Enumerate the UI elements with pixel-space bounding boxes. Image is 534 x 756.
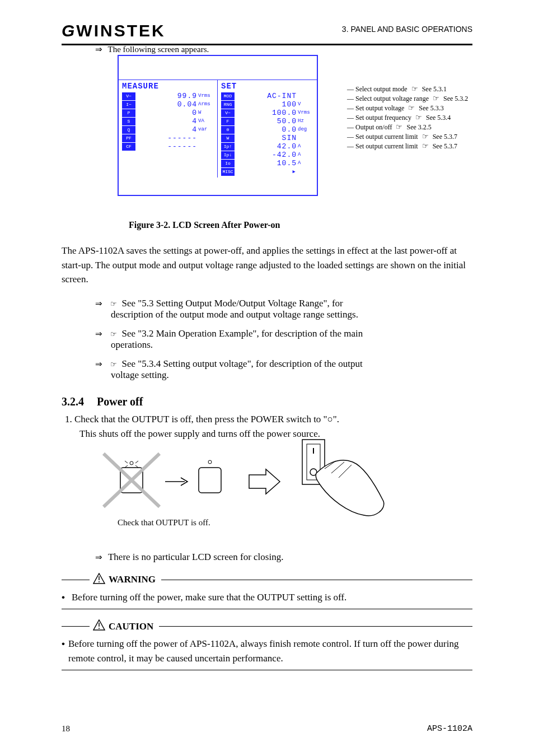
lcd-row: Ip↑42.0A bbox=[221, 142, 313, 151]
paragraph: The APS-1102A saves the settings at powe… bbox=[62, 244, 472, 287]
caution-label: CAUTION bbox=[109, 621, 153, 632]
intro-text: The following screen appears. bbox=[107, 45, 209, 54]
page-number: 18 bbox=[62, 724, 70, 734]
warning-text: Before turning off the power, make sure … bbox=[72, 590, 346, 605]
callout: — Set output current limit ☞ See 5.3.7 bbox=[347, 132, 468, 141]
step-1-after: This shuts off the power supply and turn… bbox=[79, 428, 472, 440]
see-reference: ⇒ ☞ See "5.3.4 Setting output voltage", … bbox=[95, 358, 472, 381]
step-1: 1. Check that the OUTPUT is off, then pr… bbox=[65, 414, 472, 425]
warning-icon bbox=[93, 573, 105, 587]
footer-model: APS-1102A bbox=[427, 724, 472, 734]
lcd-row: Io10.5A bbox=[221, 159, 313, 167]
see-reference: ⇒ ☞ See "5.3 Setting Output Mode/Output … bbox=[95, 298, 472, 320]
lcd-row: I~0.04Arms bbox=[122, 100, 214, 109]
svg-rect-9 bbox=[199, 468, 221, 493]
figure-caption: Figure 3-2. LCD Screen After Power-on bbox=[129, 220, 472, 230]
caution-icon bbox=[93, 619, 105, 633]
header-subtitle: 3. PANEL AND BASIC OPERATIONS bbox=[342, 25, 472, 34]
caution-text: Before turning off the power of APS-1102… bbox=[68, 637, 472, 665]
lcd-set-title: SET bbox=[221, 82, 313, 91]
lcd-measure-title: MEASURE bbox=[122, 82, 214, 91]
lcd-row: V~100.0Vrms bbox=[221, 109, 313, 117]
callout: — Select output voltage range ☞ See 5.3.… bbox=[347, 94, 468, 103]
lcd-row: MISC▸ bbox=[221, 167, 313, 176]
arrow-icon: ⇒ bbox=[95, 44, 106, 54]
callout: — Set output current limit ☞ See 5.3.7 bbox=[347, 142, 468, 151]
svg-point-21 bbox=[99, 628, 100, 629]
svg-line-2 bbox=[125, 461, 128, 463]
callout: — Set output frequency ☞ See 5.3.4 bbox=[347, 113, 468, 122]
lcd-row: Q4var bbox=[122, 125, 214, 134]
see-icon: ☞ bbox=[396, 123, 402, 131]
see-icon: ☞ bbox=[433, 94, 439, 102]
lcd-row: Ip↓-42.0A bbox=[221, 151, 313, 159]
lcd-row: V~99.9Vrms bbox=[122, 92, 214, 100]
lcd-row: P0W bbox=[122, 109, 214, 117]
section-number: 3.2.4 bbox=[62, 395, 94, 408]
see-reference: ⇒ ☞ See "3.2 Main Operation Example", fo… bbox=[95, 328, 472, 351]
note-text: There is no particular LCD screen for cl… bbox=[108, 552, 283, 562]
callout: — Output on/off ☞ See 3.2.5 bbox=[347, 123, 468, 132]
arrow-icon: ⇒ bbox=[95, 552, 106, 562]
lcd-screen: MEASURE V~99.9VrmsI~0.04ArmsP0WS4VAQ4var… bbox=[118, 55, 318, 196]
lcd-row: F50.0Hz bbox=[221, 117, 313, 125]
see-icon: ☞ bbox=[408, 104, 415, 112]
warning-label: WARNING bbox=[109, 574, 156, 585]
brand-text: WINSTEK bbox=[76, 21, 165, 40]
callout: — Select output mode ☞ See 5.3.1 bbox=[347, 85, 468, 94]
svg-line-3 bbox=[135, 461, 138, 463]
lcd-row: MODAC-INT bbox=[221, 92, 313, 100]
svg-marker-11 bbox=[249, 469, 280, 494]
see-icon: ☞ bbox=[411, 85, 418, 93]
svg-point-18 bbox=[99, 581, 100, 582]
lcd-row: WSIN bbox=[221, 134, 313, 142]
svg-point-10 bbox=[208, 460, 212, 464]
lcd-row: S4VA bbox=[122, 117, 214, 125]
section-title: Power off bbox=[97, 395, 143, 408]
lcd-row: θ0.0deg bbox=[221, 125, 313, 134]
off-check-text: Check that OUTPUT is off. bbox=[118, 518, 210, 528]
callout: — Set output voltage ☞ See 5.3.3 bbox=[347, 104, 468, 113]
power-off-illustration: Check that OUTPUT is off. bbox=[84, 440, 472, 552]
svg-point-1 bbox=[130, 461, 133, 465]
lcd-row: CF------ bbox=[122, 142, 214, 151]
see-icon: ☞ bbox=[415, 113, 422, 122]
see-icon: ☞ bbox=[422, 132, 429, 141]
lcd-row: PF------ bbox=[122, 134, 214, 142]
lcd-row: RNG100V bbox=[221, 100, 313, 109]
see-icon: ☞ bbox=[422, 142, 429, 150]
